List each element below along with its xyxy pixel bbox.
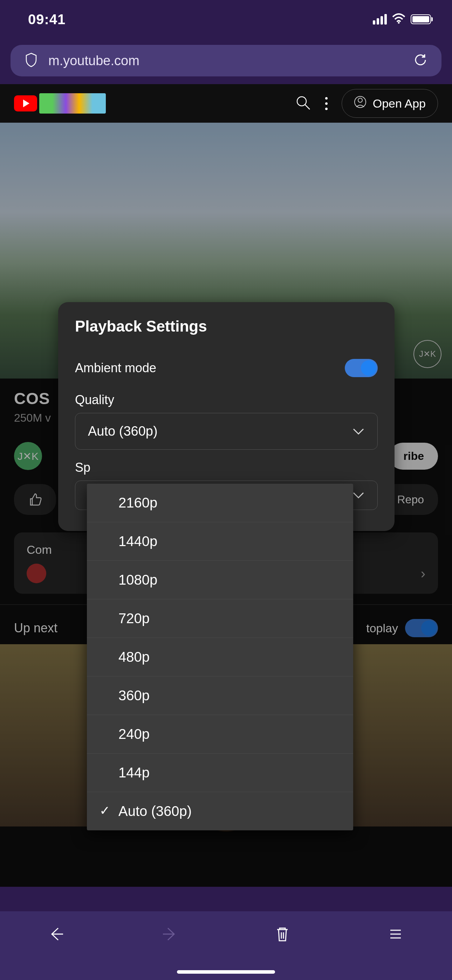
ambient-mode-row: Ambient mode bbox=[75, 350, 378, 385]
ambient-mode-label: Ambient mode bbox=[75, 361, 156, 375]
autoplay-toggle[interactable] bbox=[405, 619, 438, 637]
subscribe-button[interactable]: ribe bbox=[389, 443, 438, 470]
up-next-label: Up next bbox=[14, 621, 57, 635]
youtube-header: Open App bbox=[0, 84, 452, 123]
channel-watermark-icon[interactable]: J✕K bbox=[414, 340, 441, 368]
forward-button bbox=[161, 925, 178, 944]
quality-option-240p[interactable]: 240p bbox=[87, 715, 353, 754]
svg-point-4 bbox=[358, 98, 362, 102]
quality-option-1440p[interactable]: 1440p bbox=[87, 522, 353, 561]
kebab-menu-icon[interactable] bbox=[318, 94, 334, 114]
quality-value: Auto (360p) bbox=[88, 424, 158, 439]
commenter-avatar bbox=[27, 563, 46, 583]
autoplay-label: toplay bbox=[366, 621, 398, 635]
thumbs-up-icon bbox=[28, 492, 42, 506]
status-bar: 09:41 bbox=[0, 0, 452, 38]
quality-option-auto[interactable]: Auto (360p) bbox=[87, 792, 353, 830]
home-indicator[interactable] bbox=[177, 970, 275, 974]
quality-option-360p[interactable]: 360p bbox=[87, 676, 353, 715]
url-text[interactable]: m.youtube.com bbox=[48, 53, 403, 68]
status-icons bbox=[373, 13, 431, 25]
quality-label: Quality bbox=[75, 385, 378, 413]
svg-line-2 bbox=[305, 105, 310, 109]
quality-option-2160p[interactable]: 2160p bbox=[87, 484, 353, 522]
quality-option-480p[interactable]: 480p bbox=[87, 638, 353, 676]
youtube-play-icon bbox=[14, 95, 37, 111]
report-label: Repo bbox=[397, 493, 424, 506]
back-button[interactable] bbox=[48, 925, 65, 944]
chevron-down-icon bbox=[352, 428, 365, 435]
svg-point-1 bbox=[297, 97, 306, 106]
account-icon bbox=[354, 96, 366, 111]
like-button[interactable] bbox=[14, 484, 56, 515]
wifi-icon bbox=[392, 13, 406, 25]
quality-dropdown: 2160p 1440p 1080p 720p 480p 360p 240p 14… bbox=[87, 484, 353, 830]
channel-avatar[interactable]: J✕K bbox=[14, 442, 42, 470]
cellular-signal-icon bbox=[373, 14, 387, 24]
speed-label: Sp bbox=[75, 453, 378, 480]
browser-bottom-nav bbox=[0, 911, 452, 980]
quality-option-144p[interactable]: 144p bbox=[87, 754, 353, 792]
svg-point-0 bbox=[398, 22, 400, 24]
open-app-button[interactable]: Open App bbox=[342, 89, 438, 118]
reload-icon[interactable] bbox=[414, 53, 428, 68]
shield-icon[interactable] bbox=[24, 52, 38, 69]
battery-icon bbox=[411, 14, 431, 24]
youtube-logo[interactable] bbox=[14, 93, 106, 114]
chevron-right-icon: › bbox=[421, 566, 425, 581]
open-app-label: Open App bbox=[373, 97, 426, 110]
delete-button[interactable] bbox=[274, 925, 291, 944]
quality-select[interactable]: Auto (360p) bbox=[75, 413, 378, 450]
chevron-down-icon bbox=[352, 492, 365, 499]
ambient-mode-toggle[interactable] bbox=[345, 359, 378, 377]
status-time: 09:41 bbox=[28, 11, 65, 27]
quality-option-720p[interactable]: 720p bbox=[87, 599, 353, 638]
search-icon[interactable] bbox=[295, 95, 311, 112]
quality-option-1080p[interactable]: 1080p bbox=[87, 561, 353, 599]
menu-button[interactable] bbox=[387, 925, 404, 944]
modal-title: Playback Settings bbox=[58, 302, 395, 347]
browser-url-bar[interactable]: m.youtube.com bbox=[11, 45, 441, 76]
youtube-doodle-icon bbox=[39, 93, 106, 114]
